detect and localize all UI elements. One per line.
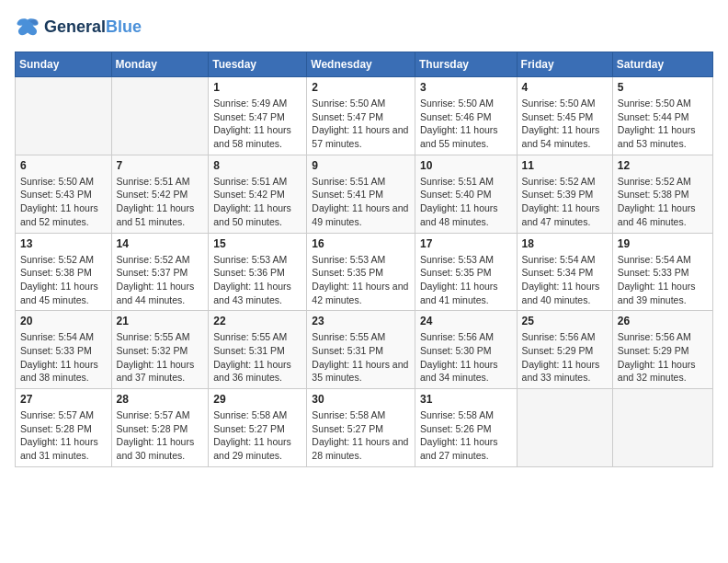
day-info: Sunrise: 5:56 AMSunset: 5:29 PMDaylight:…	[618, 330, 708, 385]
day-number: 31	[420, 393, 512, 406]
day-info: Sunrise: 5:58 AMSunset: 5:27 PMDaylight:…	[312, 408, 410, 463]
day-info: Sunrise: 5:55 AMSunset: 5:31 PMDaylight:…	[312, 330, 410, 385]
week-row-2: 6Sunrise: 5:50 AMSunset: 5:43 PMDaylight…	[16, 155, 713, 233]
calendar-cell: 29Sunrise: 5:58 AMSunset: 5:27 PMDayligh…	[209, 389, 307, 467]
day-number: 21	[117, 315, 204, 327]
day-info: Sunrise: 5:53 AMSunset: 5:36 PMDaylight:…	[213, 253, 301, 307]
day-number: 26	[618, 315, 708, 327]
calendar-cell: 23Sunrise: 5:55 AMSunset: 5:31 PMDayligh…	[307, 311, 415, 389]
day-info: Sunrise: 5:52 AMSunset: 5:39 PMDaylight:…	[522, 175, 608, 229]
day-number: 29	[213, 393, 301, 406]
calendar-cell: 14Sunrise: 5:52 AMSunset: 5:37 PMDayligh…	[111, 233, 209, 311]
calendar-cell: 19Sunrise: 5:54 AMSunset: 5:33 PMDayligh…	[612, 233, 712, 311]
week-row-4: 20Sunrise: 5:54 AMSunset: 5:33 PMDayligh…	[16, 311, 713, 389]
calendar-cell: 10Sunrise: 5:51 AMSunset: 5:40 PMDayligh…	[415, 155, 517, 233]
day-number: 4	[522, 81, 608, 94]
week-row-3: 13Sunrise: 5:52 AMSunset: 5:38 PMDayligh…	[16, 233, 713, 311]
calendar-cell: 21Sunrise: 5:55 AMSunset: 5:32 PMDayligh…	[111, 311, 209, 389]
day-info: Sunrise: 5:50 AMSunset: 5:47 PMDaylight:…	[312, 97, 410, 151]
logo: GeneralBlue	[15, 15, 142, 40]
day-info: Sunrise: 5:51 AMSunset: 5:42 PMDaylight:…	[213, 175, 301, 229]
calendar-cell: 15Sunrise: 5:53 AMSunset: 5:36 PMDayligh…	[209, 233, 307, 311]
day-info: Sunrise: 5:58 AMSunset: 5:27 PMDaylight:…	[213, 408, 301, 463]
day-number: 20	[20, 315, 107, 327]
calendar-cell: 9Sunrise: 5:51 AMSunset: 5:41 PMDaylight…	[307, 155, 415, 233]
calendar-cell: 13Sunrise: 5:52 AMSunset: 5:38 PMDayligh…	[16, 233, 112, 311]
calendar-cell: 28Sunrise: 5:57 AMSunset: 5:28 PMDayligh…	[111, 389, 209, 467]
day-info: Sunrise: 5:49 AMSunset: 5:47 PMDaylight:…	[213, 97, 301, 151]
day-number: 16	[312, 237, 410, 250]
day-header-thursday: Thursday	[415, 52, 517, 77]
calendar-cell: 24Sunrise: 5:56 AMSunset: 5:30 PMDayligh…	[415, 311, 517, 389]
day-info: Sunrise: 5:50 AMSunset: 5:43 PMDaylight:…	[20, 175, 107, 229]
day-info: Sunrise: 5:57 AMSunset: 5:28 PMDaylight:…	[117, 408, 204, 463]
day-number: 3	[420, 81, 512, 94]
day-header-sunday: Sunday	[16, 52, 112, 77]
calendar-cell: 6Sunrise: 5:50 AMSunset: 5:43 PMDaylight…	[16, 155, 112, 233]
day-number: 7	[117, 159, 204, 172]
day-header-monday: Monday	[111, 52, 209, 77]
day-info: Sunrise: 5:54 AMSunset: 5:33 PMDaylight:…	[618, 253, 708, 307]
day-info: Sunrise: 5:52 AMSunset: 5:37 PMDaylight:…	[117, 253, 204, 307]
calendar-cell: 17Sunrise: 5:53 AMSunset: 5:35 PMDayligh…	[415, 233, 517, 311]
calendar-cell: 11Sunrise: 5:52 AMSunset: 5:39 PMDayligh…	[517, 155, 612, 233]
calendar-cell: 30Sunrise: 5:58 AMSunset: 5:27 PMDayligh…	[307, 389, 415, 467]
header: GeneralBlue	[15, 15, 713, 40]
day-number: 13	[20, 237, 107, 250]
day-number: 10	[420, 159, 512, 172]
calendar-cell: 5Sunrise: 5:50 AMSunset: 5:44 PMDaylight…	[612, 77, 712, 155]
day-number: 19	[618, 237, 708, 250]
day-info: Sunrise: 5:56 AMSunset: 5:30 PMDaylight:…	[420, 330, 512, 385]
day-number: 14	[117, 237, 204, 250]
day-number: 28	[117, 393, 204, 406]
calendar-cell: 18Sunrise: 5:54 AMSunset: 5:34 PMDayligh…	[517, 233, 612, 311]
day-number: 5	[618, 81, 708, 94]
header-row: SundayMondayTuesdayWednesdayThursdayFrid…	[16, 52, 713, 77]
calendar-cell: 31Sunrise: 5:58 AMSunset: 5:26 PMDayligh…	[415, 389, 517, 467]
calendar-table: SundayMondayTuesdayWednesdayThursdayFrid…	[15, 52, 713, 467]
day-number: 6	[20, 159, 107, 172]
logo-text: GeneralBlue	[44, 18, 142, 37]
week-row-5: 27Sunrise: 5:57 AMSunset: 5:28 PMDayligh…	[16, 389, 713, 467]
day-info: Sunrise: 5:51 AMSunset: 5:40 PMDaylight:…	[420, 175, 512, 229]
day-info: Sunrise: 5:55 AMSunset: 5:31 PMDaylight:…	[213, 330, 301, 385]
calendar-cell: 4Sunrise: 5:50 AMSunset: 5:45 PMDaylight…	[517, 77, 612, 155]
day-info: Sunrise: 5:51 AMSunset: 5:42 PMDaylight:…	[117, 175, 204, 229]
day-info: Sunrise: 5:58 AMSunset: 5:26 PMDaylight:…	[420, 408, 512, 463]
calendar-cell: 7Sunrise: 5:51 AMSunset: 5:42 PMDaylight…	[111, 155, 209, 233]
day-number: 11	[522, 159, 608, 172]
day-info: Sunrise: 5:50 AMSunset: 5:45 PMDaylight:…	[522, 97, 608, 151]
calendar-cell: 3Sunrise: 5:50 AMSunset: 5:46 PMDaylight…	[415, 77, 517, 155]
day-info: Sunrise: 5:56 AMSunset: 5:29 PMDaylight:…	[522, 330, 608, 385]
day-header-wednesday: Wednesday	[307, 52, 415, 77]
calendar-cell: 22Sunrise: 5:55 AMSunset: 5:31 PMDayligh…	[209, 311, 307, 389]
day-info: Sunrise: 5:54 AMSunset: 5:33 PMDaylight:…	[20, 330, 107, 385]
calendar-cell: 25Sunrise: 5:56 AMSunset: 5:29 PMDayligh…	[517, 311, 612, 389]
day-info: Sunrise: 5:51 AMSunset: 5:41 PMDaylight:…	[312, 175, 410, 229]
calendar-cell: 8Sunrise: 5:51 AMSunset: 5:42 PMDaylight…	[209, 155, 307, 233]
day-header-friday: Friday	[517, 52, 612, 77]
day-number: 27	[20, 393, 107, 406]
day-number: 23	[312, 315, 410, 327]
day-number: 15	[213, 237, 301, 250]
day-number: 8	[213, 159, 301, 172]
logo-icon	[15, 15, 40, 40]
day-info: Sunrise: 5:53 AMSunset: 5:35 PMDaylight:…	[312, 253, 410, 307]
day-number: 24	[420, 315, 512, 327]
calendar-cell: 2Sunrise: 5:50 AMSunset: 5:47 PMDaylight…	[307, 77, 415, 155]
day-info: Sunrise: 5:54 AMSunset: 5:34 PMDaylight:…	[522, 253, 608, 307]
day-info: Sunrise: 5:53 AMSunset: 5:35 PMDaylight:…	[420, 253, 512, 307]
calendar-cell: 27Sunrise: 5:57 AMSunset: 5:28 PMDayligh…	[16, 389, 112, 467]
calendar-cell: 26Sunrise: 5:56 AMSunset: 5:29 PMDayligh…	[612, 311, 712, 389]
calendar-cell	[517, 389, 612, 467]
day-info: Sunrise: 5:52 AMSunset: 5:38 PMDaylight:…	[20, 253, 107, 307]
day-number: 12	[618, 159, 708, 172]
day-info: Sunrise: 5:57 AMSunset: 5:28 PMDaylight:…	[20, 408, 107, 463]
day-number: 1	[213, 81, 301, 94]
day-header-tuesday: Tuesday	[209, 52, 307, 77]
day-number: 30	[312, 393, 410, 406]
calendar-cell: 12Sunrise: 5:52 AMSunset: 5:38 PMDayligh…	[612, 155, 712, 233]
calendar-cell: 20Sunrise: 5:54 AMSunset: 5:33 PMDayligh…	[16, 311, 112, 389]
day-info: Sunrise: 5:52 AMSunset: 5:38 PMDaylight:…	[618, 175, 708, 229]
day-header-saturday: Saturday	[612, 52, 712, 77]
